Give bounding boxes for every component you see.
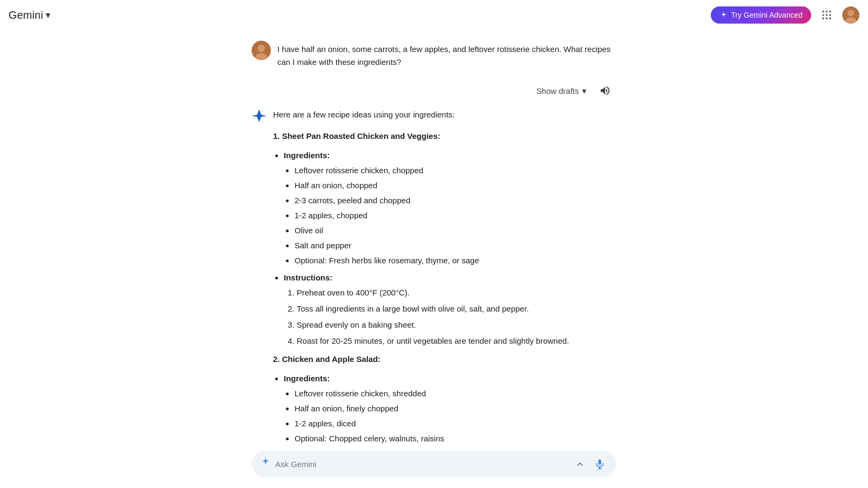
svg-point-7 (826, 18, 828, 20)
svg-rect-15 (598, 460, 601, 465)
show-drafts-button[interactable]: Show drafts ▾ (531, 83, 592, 99)
user-avatar (252, 41, 271, 60)
list-item: Preheat oven to 400°F (200°C). (297, 286, 616, 299)
ingredients-label: Ingredients: (284, 151, 330, 160)
list-item: 1-2 apples, chopped (295, 209, 616, 222)
list-item: Optional: Chopped celery, walnuts, raisi… (295, 432, 616, 445)
response-intro: Here are a few recipe ideas using your i… (273, 108, 616, 121)
list-item: Spread evenly on a baking sheet. (297, 319, 616, 331)
input-bar (252, 450, 616, 477)
chevron-up-icon (575, 459, 585, 469)
svg-point-10 (848, 10, 854, 16)
add-icon (260, 456, 271, 472)
avatar-image (842, 6, 859, 24)
chevron-down-icon: ▾ (582, 86, 586, 96)
svg-point-8 (829, 18, 832, 20)
svg-point-13 (258, 45, 265, 52)
grid-icon (821, 9, 833, 21)
list-item: Olive oil (295, 224, 616, 237)
sparkle-input-icon (260, 456, 271, 467)
show-drafts-label: Show drafts (536, 86, 579, 95)
user-message-text: I have half an onion, some carrots, a fe… (277, 41, 616, 69)
recipe-1-ingredients-header-list: Ingredients: Leftover rotisserie chicken… (273, 149, 616, 347)
list-item: Optional: Fresh herbs like rosemary, thy… (295, 254, 616, 267)
try-advanced-label: Try Gemini Advanced (731, 11, 803, 19)
main-content: I have half an onion, some carrots, a fe… (0, 30, 868, 488)
ask-gemini-input[interactable] (275, 460, 568, 469)
volume-icon (599, 85, 611, 97)
svg-point-3 (822, 14, 825, 16)
ingredients-label-item: Ingredients: Leftover rotisserie chicken… (284, 149, 616, 267)
svg-point-6 (822, 18, 825, 20)
input-right-icons (572, 456, 608, 472)
input-bar-container (0, 444, 868, 488)
avatar[interactable] (842, 6, 859, 24)
response-content: Here are a few recipe ideas using your i… (273, 108, 616, 465)
chat-container: I have half an onion, some carrots, a fe… (252, 41, 616, 476)
microphone-icon (594, 458, 606, 470)
expand-button[interactable] (572, 456, 587, 471)
user-avatar-image (252, 41, 271, 60)
ai-response: Here are a few recipe ideas using your i… (252, 108, 616, 465)
list-item: Leftover rotisserie chicken, shredded (295, 387, 616, 400)
recipe-1-title: 1. Sheet Pan Roasted Chicken and Veggies… (273, 130, 616, 143)
navbar-right: Try Gemini Advanced (711, 6, 859, 24)
list-item: Half an onion, finely chopped (295, 402, 616, 415)
svg-point-2 (829, 11, 832, 13)
list-item: 1-2 apples, diced (295, 417, 616, 430)
navbar: Gemini ▾ Try Gemini Advanced (0, 0, 868, 30)
recipe-2-title: 2. Chicken and Apple Salad: (273, 353, 616, 366)
try-gemini-advanced-button[interactable]: Try Gemini Advanced (711, 6, 811, 24)
recipe-1-section: 1. Sheet Pan Roasted Chicken and Veggies… (273, 130, 616, 347)
svg-point-0 (822, 11, 825, 13)
navbar-left: Gemini ▾ (9, 6, 50, 24)
volume-button[interactable] (596, 82, 614, 100)
ingredients-label-2: Ingredients: (284, 374, 330, 383)
list-item: Roast for 20-25 minutes, or until vegeta… (297, 335, 616, 347)
svg-point-5 (829, 14, 832, 16)
list-item: Leftover rotisserie chicken, chopped (295, 164, 616, 177)
user-message: I have half an onion, some carrots, a fe… (252, 41, 616, 69)
instructions-label: Instructions: (284, 273, 333, 282)
gemini-dropdown-icon[interactable]: ▾ (46, 8, 50, 23)
recipe-1-instructions-list: Preheat oven to 400°F (200°C). Toss all … (284, 286, 616, 347)
gemini-icon (252, 108, 267, 123)
recipe-1-ingredients-list: Leftover rotisserie chicken, chopped Hal… (284, 164, 616, 267)
sparkle-icon (719, 11, 728, 19)
list-item: Salt and pepper (295, 239, 616, 252)
svg-point-4 (826, 14, 828, 16)
svg-point-1 (826, 11, 828, 13)
instructions-label-item: Instructions: Preheat oven to 400°F (200… (284, 271, 616, 347)
gemini-logo-text: Gemini (9, 6, 43, 24)
google-apps-button[interactable] (818, 6, 836, 24)
list-item: Toss all ingredients in a large bowl wit… (297, 302, 616, 315)
list-item: 2-3 carrots, peeled and chopped (295, 194, 616, 207)
show-drafts-bar: Show drafts ▾ (252, 82, 616, 100)
list-item: Half an onion, chopped (295, 179, 616, 192)
microphone-button[interactable] (592, 456, 608, 472)
